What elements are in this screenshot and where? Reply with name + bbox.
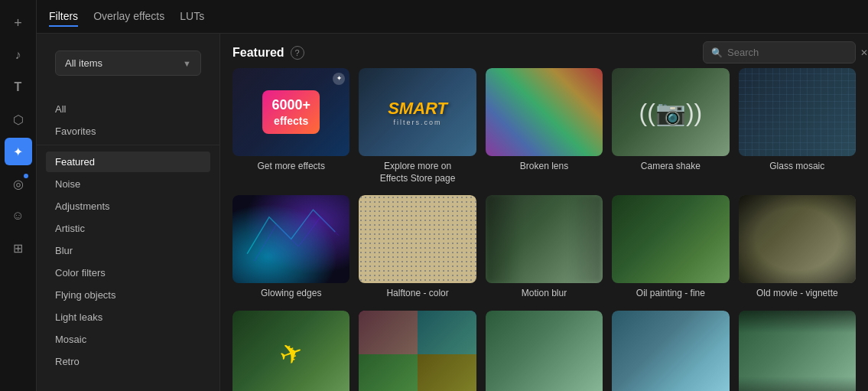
effect-label-motion-blur: Motion blur — [486, 283, 603, 301]
effect-thumbnail-halftone-color — [359, 195, 476, 283]
panel-title-area: Featured ? — [232, 46, 304, 60]
search-icon: 🔍 — [711, 47, 723, 58]
effect-paper-planes[interactable]: ✈ Paper planes — [232, 311, 349, 391]
plane-icon: ✈ — [275, 336, 307, 374]
modules-button[interactable]: ⊞ — [5, 234, 32, 262]
effect-halftone-color[interactable]: Halftone - color — [359, 195, 476, 301]
effects-icon: ✦ — [13, 145, 23, 159]
add-icon: + — [14, 15, 22, 31]
effect-thumbnail-broken-lens — [486, 68, 603, 156]
sidebar-item-all[interactable]: All — [46, 99, 210, 119]
stickers-button[interactable]: ☺ — [5, 202, 32, 230]
effect-sharpen-high[interactable]: Sharpen - high — [486, 311, 603, 391]
music-icon: ♪ — [15, 48, 21, 62]
effect-thumbnail-glass-mosaic — [739, 68, 856, 156]
sidebar-item-noise[interactable]: Noise — [46, 174, 210, 194]
effect-tilt-shift-middle[interactable]: Tilt-shift - middle — [739, 311, 856, 391]
effect-thumbnail-oil-painting-fine — [612, 195, 729, 283]
effect-glass-mosaic[interactable]: Glass mosaic — [739, 68, 856, 186]
effect-motion-blur[interactable]: Motion blur — [486, 195, 603, 301]
stickers-icon: ☺ — [11, 209, 24, 223]
shapes-icon: ⬡ — [13, 112, 24, 127]
effect-label-old-movie-vignette: Old movie - vignette — [739, 283, 856, 301]
effect-glowing-edges[interactable]: Glowing edges — [232, 195, 349, 301]
modules-icon: ⊞ — [13, 241, 23, 256]
sidebar-item-artistic[interactable]: Artistic — [46, 218, 210, 239]
tab-filters[interactable]: Filters — [49, 7, 78, 27]
effect-thumbnail-sharpen-high — [486, 311, 603, 391]
sidebar-item-flying-objects[interactable]: Flying objects — [46, 285, 210, 305]
effect-label-glass-mosaic: Glass mosaic — [739, 156, 856, 174]
effect-label-explore-store: Explore more onEffects Store page — [359, 156, 476, 186]
effect-get-more-effects[interactable]: 6000+ effects ✦ Get more effects — [232, 68, 349, 186]
transitions-button[interactable]: ◎ — [5, 170, 32, 197]
sidebar-item-retro[interactable]: Retro — [46, 351, 210, 372]
effect-thumbnail-pop-art-tiles — [359, 311, 476, 391]
effect-thumbnail-glowing-edges — [232, 195, 349, 283]
effect-old-movie-vignette[interactable]: Old movie - vignette — [739, 195, 856, 301]
effect-thumbnail-get-more-effects: 6000+ effects ✦ — [232, 68, 349, 156]
effect-thumbnail-motion-blur — [486, 195, 603, 283]
text-button[interactable]: T — [5, 73, 32, 101]
effect-label-broken-lens: Broken lens — [486, 156, 603, 174]
sidebar-item-featured[interactable]: Featured — [46, 152, 210, 172]
sidebar-item-light-leaks[interactable]: Light leaks — [46, 307, 210, 327]
effect-label-glowing-edges: Glowing edges — [232, 283, 349, 301]
sidebar-item-favorites[interactable]: Favorites — [46, 121, 210, 142]
effect-label-camera-shake: Camera shake — [612, 156, 729, 174]
content-area: All items ▼ All Favorites Featured Noise… — [37, 34, 868, 391]
effects-badge: 6000+ effects ✦ — [262, 90, 320, 135]
search-input[interactable] — [727, 47, 856, 58]
effect-label-get-more-effects: Get more effects — [232, 156, 349, 174]
icon-bar: + ♪ T ⬡ ✦ ◎ ☺ ⊞ — [0, 0, 37, 391]
top-nav: Filters Overlay effects LUTs — [37, 0, 868, 34]
effects-grid-container: 6000+ effects ✦ Get more effects SMART — [220, 68, 868, 391]
chevron-down-icon: ▼ — [183, 59, 191, 68]
effect-thumbnail-explore-store: SMART filters.com — [359, 68, 476, 156]
all-items-dropdown[interactable]: All items ▼ — [55, 51, 201, 76]
effect-oil-painting-fine[interactable]: Oil painting - fine — [612, 195, 729, 301]
effects-panel: Featured ? 🔍 ✕ — [220, 34, 868, 391]
tab-overlay-effects[interactable]: Overlay effects — [93, 7, 164, 27]
help-icon[interactable]: ? — [291, 46, 304, 60]
sidebar-item-blur[interactable]: Blur — [46, 240, 210, 261]
sidebar: All items ▼ All Favorites Featured Noise… — [37, 34, 220, 391]
transitions-icon: ◎ — [13, 177, 24, 191]
effects-button[interactable]: ✦ — [5, 138, 32, 165]
sidebar-item-color-filters[interactable]: Color filters — [46, 262, 210, 283]
effect-thumbnail-paper-planes: ✈ — [232, 311, 349, 391]
sidebar-item-mosaic[interactable]: Mosaic — [46, 329, 210, 350]
music-button[interactable]: ♪ — [5, 41, 32, 69]
sidebar-item-adjustments[interactable]: Adjustments — [46, 196, 210, 217]
add-button[interactable]: + — [5, 9, 32, 37]
effect-thumbnail-tilt-shift-middle — [739, 311, 856, 391]
effect-static-low[interactable]: Static - low — [612, 311, 729, 391]
effect-label-oil-painting-fine: Oil painting - fine — [612, 283, 729, 301]
shapes-button[interactable]: ⬡ — [5, 106, 32, 133]
panel-header: Featured ? 🔍 ✕ — [220, 34, 868, 68]
categories-list: Featured Noise Adjustments Artistic Blur… — [37, 145, 219, 378]
tab-luts[interactable]: LUTs — [180, 7, 204, 27]
effect-thumbnail-old-movie-vignette — [739, 195, 856, 283]
search-bar: 🔍 ✕ — [703, 41, 856, 64]
main-area: Filters Overlay effects LUTs All items ▼… — [37, 0, 868, 391]
effects-grid: 6000+ effects ✦ Get more effects SMART — [232, 68, 856, 391]
effect-camera-shake[interactable]: ((📷)) Camera shake — [612, 68, 729, 186]
camera-icon: ((📷)) — [639, 98, 703, 127]
clear-search-icon[interactable]: ✕ — [860, 47, 868, 58]
effect-broken-lens[interactable]: Broken lens — [486, 68, 603, 186]
effect-pop-art-tiles[interactable]: Pop art - 4 tiles — [359, 311, 476, 391]
panel-title: Featured — [232, 46, 284, 60]
effect-label-halftone-color: Halftone - color — [359, 283, 476, 301]
text-icon: T — [15, 80, 22, 94]
effect-thumbnail-camera-shake: ((📷)) — [612, 68, 729, 156]
effect-thumbnail-static-low — [612, 311, 729, 391]
dropdown-label: All items — [65, 57, 102, 69]
quick-items-section: All Favorites — [37, 93, 219, 145]
effect-explore-store[interactable]: SMART filters.com Explore more onEffects… — [359, 68, 476, 186]
